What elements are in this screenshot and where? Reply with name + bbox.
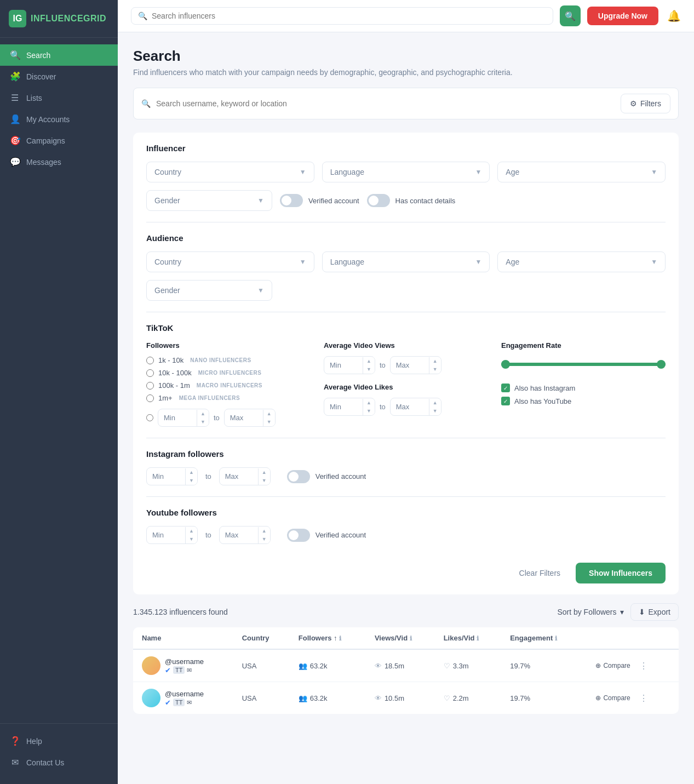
sidebar-item-contact[interactable]: ✉ Contact Us [0,752,118,773]
likes-min-up[interactable]: ▲ [363,399,375,407]
followers-max-input[interactable] [225,409,263,426]
clear-filters-button[interactable]: Clear Filters [511,563,569,583]
followers-nano-radio[interactable] [146,357,154,364]
verified-badge-icon: ✔ [165,666,171,674]
audience-country-select[interactable]: Country ▼ [146,251,314,272]
audience-language-select[interactable]: Language ▼ [322,251,490,272]
instagram-max-input[interactable] [220,468,258,485]
likes-max-up[interactable]: ▲ [429,399,441,407]
slider-handle-right[interactable] [657,360,666,369]
youtube-min-down[interactable]: ▼ [186,535,197,543]
sidebar-item-my-accounts[interactable]: 👤 My Accounts [0,108,118,130]
topbar-search-input[interactable] [152,12,546,20]
likes-min-input[interactable] [324,398,363,415]
export-button[interactable]: ⬇ Export [630,603,679,621]
sort-by-followers-button[interactable]: Sort by Followers ▾ [557,608,623,616]
influencer-country-dropdown[interactable]: Country [154,162,296,182]
sidebar-item-help[interactable]: ❓ Help [0,730,118,752]
has-contact-toggle[interactable] [367,194,390,207]
youtube-min-input[interactable] [147,527,185,543]
engagement-slider[interactable] [501,356,666,373]
sidebar-item-lists[interactable]: ☰ Lists [0,87,118,108]
audience-gender-select[interactable]: Gender ▼ [146,280,272,301]
views-min-down[interactable]: ▼ [363,365,375,374]
logo-text: INFLUENCEGRID [31,14,106,24]
views-max-up[interactable]: ▲ [429,357,441,365]
verified-account-toggle[interactable] [280,194,303,207]
search-input[interactable] [156,99,615,108]
influencer-gender-select[interactable]: Gender ▼ [146,190,272,211]
audience-country-dropdown[interactable]: Country [154,252,296,272]
instagram-min-up[interactable]: ▲ [186,468,197,477]
show-influencers-button[interactable]: Show Influencers [576,563,666,583]
audience-age-select[interactable]: Age ▼ [497,251,666,272]
influencer-age-dropdown[interactable]: Age [506,162,647,182]
instagram-min-input[interactable] [147,468,185,485]
views-max-down[interactable]: ▼ [429,365,441,374]
influencer-country-select[interactable]: Country ▼ [146,162,314,182]
audience-age-dropdown[interactable]: Age [506,252,647,272]
youtube-verified-toggle[interactable] [287,529,310,542]
compare-button[interactable]: ⊕ Compare [591,660,634,672]
topbar-search-button[interactable]: 🔍 [560,5,581,26]
also-has-instagram-checkbox[interactable]: ✓ [501,384,510,392]
influencer-language-dropdown[interactable]: Language [330,162,472,182]
followers-min-input[interactable] [158,409,197,426]
influencer-gender-dropdown[interactable]: Gender [154,191,254,210]
search-bar: 🔍 ⚙ Filters [133,88,679,119]
followers-min-up[interactable]: ▲ [197,410,209,418]
youtube-max-input[interactable] [220,527,258,543]
sidebar-item-messages[interactable]: 💬 Messages [0,151,118,173]
youtube-max-up[interactable]: ▲ [259,527,270,535]
views-min-up[interactable]: ▲ [363,357,375,365]
sidebar-item-campaigns[interactable]: 🎯 Campaigns [0,130,118,151]
upgrade-now-button[interactable]: Upgrade Now [587,7,658,25]
sidebar-item-label: Contact Us [26,758,64,767]
audience-section-title: Audience [146,233,666,243]
followers-cell: 👥 63.2k [290,649,366,682]
likes-max-down[interactable]: ▼ [429,407,441,415]
also-has-youtube-checkbox[interactable]: ✓ [501,397,510,405]
sidebar-item-search[interactable]: 🔍 Search [0,44,118,66]
youtube-max-down[interactable]: ▼ [259,535,270,543]
also-has-youtube-item: ✓ Also has YouTube [501,397,666,405]
followers-micro-radio[interactable] [146,369,154,377]
views-min-input[interactable] [324,357,363,374]
section-divider [146,438,666,438]
followers-nano-option[interactable]: 1k - 10k NANO INFLUENCERS [146,356,311,364]
tiktok-badge-icon: TT [173,699,185,706]
views-max-input[interactable] [391,357,429,374]
audience-gender-dropdown[interactable]: Gender [154,281,254,300]
followers-max-down[interactable]: ▼ [263,418,275,426]
followers-mega-radio[interactable] [146,394,154,402]
likes-max-input[interactable] [391,398,429,415]
likes-min-down[interactable]: ▼ [363,407,375,415]
col-followers: Followers ↑ ℹ [290,627,366,649]
followers-max-up[interactable]: ▲ [263,410,275,418]
influencer-language-select[interactable]: Language ▼ [322,162,490,182]
followers-macro-radio[interactable] [146,382,154,390]
compare-button[interactable]: ⊕ Compare [591,692,634,704]
followers-mega-option[interactable]: 1m+ MEGA INFLUENCERS [146,394,311,402]
instagram-max-down[interactable]: ▼ [259,477,270,485]
chevron-down-icon: ▼ [300,258,306,266]
influencer-age-select[interactable]: Age ▼ [497,162,666,182]
followers-custom-radio[interactable] [146,414,153,421]
more-options-button[interactable]: ⋮ [637,691,650,706]
filters-button[interactable]: ⚙ Filters [621,94,670,113]
instagram-max-up[interactable]: ▲ [259,468,270,477]
followers-micro-option[interactable]: 10k - 100k MICRO INFLUENCERS [146,369,311,377]
avatar [142,689,160,707]
instagram-verified-toggle[interactable] [287,470,310,483]
notification-bell-icon[interactable]: 🔔 [667,9,681,22]
more-options-button[interactable]: ⋮ [637,659,650,673]
followers-macro-option[interactable]: 100k - 1m MACRO INFLUENCERS [146,381,311,390]
followers-min-down[interactable]: ▼ [197,418,209,426]
messages-icon: 💬 [10,157,20,167]
also-has-instagram-label: Also has Instagram [514,384,575,392]
sidebar-item-discover[interactable]: 🧩 Discover [0,66,118,87]
slider-handle-left[interactable] [501,360,510,369]
youtube-min-up[interactable]: ▲ [186,527,197,535]
instagram-min-down[interactable]: ▼ [186,477,197,485]
audience-language-dropdown[interactable]: Language [330,252,472,272]
